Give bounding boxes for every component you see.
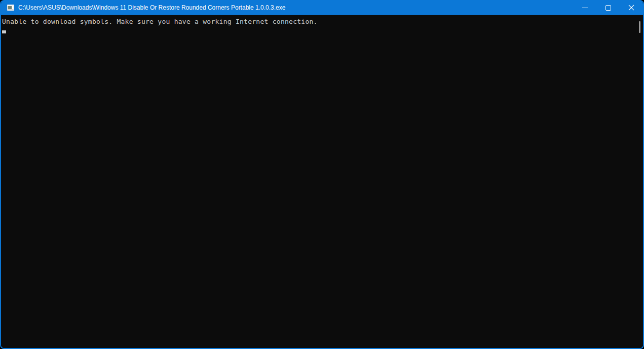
caption-buttons — [573, 0, 643, 15]
console-output[interactable]: Unable to download symbols. Make sure yo… — [1, 15, 643, 348]
titlebar[interactable]: C:\Users\ASUS\Downloads\Windows 11 Disab… — [1, 0, 643, 15]
console-window: C:\Users\ASUS\Downloads\Windows 11 Disab… — [0, 0, 644, 349]
console-message: Unable to download symbols. Make sure yo… — [2, 17, 642, 26]
maximize-button[interactable] — [596, 0, 620, 15]
close-icon — [628, 5, 634, 11]
minimize-icon — [582, 8, 588, 8]
minimize-button[interactable] — [573, 0, 596, 15]
window-title: C:\Users\ASUS\Downloads\Windows 11 Disab… — [18, 0, 573, 15]
close-button[interactable] — [620, 0, 643, 15]
maximize-icon — [605, 5, 611, 11]
scrollbar-thumb[interactable] — [639, 21, 640, 33]
console-app-icon — [7, 4, 15, 12]
text-cursor-block — [2, 30, 6, 33]
